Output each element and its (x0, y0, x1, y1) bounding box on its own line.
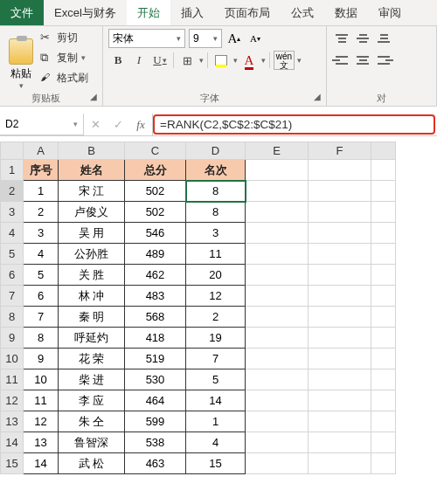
table-row[interactable]: 109花 荣5197 (1, 349, 396, 369)
cell[interactable] (309, 244, 371, 265)
align-bottom-button[interactable] (374, 29, 393, 48)
cell[interactable]: 朱 仝 (59, 411, 125, 432)
table-row[interactable]: 1312朱 仝5991 (1, 411, 396, 432)
cell[interactable]: 599 (125, 411, 186, 432)
header-cell[interactable]: 姓名 (59, 160, 125, 181)
row-header[interactable]: 4 (1, 223, 24, 244)
row-header[interactable]: 8 (1, 307, 24, 328)
table-row[interactable]: 65关 胜46220 (1, 265, 396, 286)
cell[interactable]: 546 (125, 223, 186, 244)
increase-font-button[interactable]: A▴ (225, 29, 243, 48)
header-cell[interactable]: 名次 (186, 160, 246, 181)
cell[interactable]: 10 (24, 369, 59, 390)
cell[interactable]: 502 (125, 202, 186, 223)
row-header[interactable]: 6 (1, 265, 24, 286)
cell[interactable] (246, 181, 309, 202)
cell[interactable]: 武 松 (59, 453, 125, 474)
table-row[interactable]: 98呼延灼41819 (1, 328, 396, 349)
font-color-button[interactable]: A (239, 51, 259, 70)
tab-page-layout[interactable]: 页面布局 (214, 0, 281, 25)
cell[interactable]: 12 (24, 411, 59, 432)
table-row[interactable]: 76林 冲48312 (1, 286, 396, 307)
row-header[interactable]: 1 (1, 160, 24, 181)
cell[interactable]: 8 (186, 181, 246, 202)
cell[interactable]: 464 (125, 390, 186, 411)
grid[interactable]: A B C D E F 1 序号 姓名 总分 名次 21宋 江502832卢俊义… (0, 142, 396, 474)
borders-button[interactable] (177, 51, 197, 70)
chevron-down-icon[interactable]: ▾ (233, 56, 238, 65)
table-row[interactable]: 54公孙胜48911 (1, 244, 396, 265)
formula-input[interactable]: =RANK(C2,$C$2:$C$21) (153, 114, 435, 135)
cell[interactable] (371, 307, 396, 328)
fill-color-button[interactable] (212, 51, 231, 70)
cell[interactable]: 14 (186, 390, 246, 411)
cell[interactable]: 5 (186, 369, 246, 390)
cell[interactable]: 502 (125, 181, 186, 202)
copy-dropdown-icon[interactable]: ▾ (81, 53, 86, 62)
cell[interactable]: 3 (24, 223, 59, 244)
column-headers[interactable]: A B C D E F (1, 142, 396, 160)
cell[interactable]: 12 (186, 286, 246, 307)
cell[interactable] (246, 453, 309, 474)
cell[interactable] (246, 223, 309, 244)
cell[interactable] (246, 265, 309, 286)
cell[interactable] (309, 223, 371, 244)
table-row[interactable]: 21宋 江5028 (1, 181, 396, 202)
cell[interactable]: 2 (24, 202, 59, 223)
cell[interactable]: 林 冲 (59, 286, 125, 307)
cell[interactable] (309, 307, 371, 328)
cell[interactable] (371, 411, 396, 432)
tab-review[interactable]: 审阅 (368, 0, 412, 25)
decrease-font-button[interactable]: A▾ (246, 29, 264, 48)
cell[interactable]: 19 (186, 328, 246, 349)
align-top-button[interactable] (332, 29, 351, 48)
cell[interactable]: 花 荣 (59, 349, 125, 369)
row-header[interactable]: 9 (1, 328, 24, 349)
cell[interactable]: 418 (125, 328, 186, 349)
col-header-C[interactable]: C (125, 142, 186, 160)
cell[interactable]: 吴 用 (59, 223, 125, 244)
cell[interactable]: 秦 明 (59, 307, 125, 328)
tab-insert[interactable]: 插入 (170, 0, 214, 25)
cell[interactable] (309, 265, 371, 286)
row-header[interactable]: 14 (1, 432, 24, 453)
chevron-down-icon[interactable]: ▾ (297, 56, 302, 65)
cell[interactable]: 14 (24, 453, 59, 474)
font-size-combo[interactable]: 9▾ (189, 29, 222, 48)
cell[interactable]: 李 应 (59, 390, 125, 411)
cell[interactable] (309, 181, 371, 202)
cell[interactable] (246, 307, 309, 328)
cell[interactable]: 1 (24, 181, 59, 202)
cell[interactable] (246, 390, 309, 411)
cell[interactable]: 柴 进 (59, 369, 125, 390)
cell[interactable]: 呼延灼 (59, 328, 125, 349)
row-header[interactable]: 5 (1, 244, 24, 265)
table-row[interactable]: 1211李 应46414 (1, 390, 396, 411)
col-header-E[interactable]: E (246, 142, 309, 160)
cell[interactable]: 7 (186, 349, 246, 369)
name-box[interactable]: D2 ▾ (0, 114, 84, 135)
copy-button[interactable]: 复制 ▾ (40, 49, 88, 66)
chevron-down-icon[interactable]: ▾ (261, 56, 266, 65)
cell[interactable]: 4 (186, 432, 246, 453)
header-cell[interactable]: 序号 (24, 160, 59, 181)
row-header[interactable]: 10 (1, 349, 24, 369)
cell[interactable]: 483 (125, 286, 186, 307)
table-row[interactable]: 1110柴 进5305 (1, 369, 396, 390)
font-name-combo[interactable]: 宋体▾ (108, 29, 185, 48)
cell[interactable] (309, 202, 371, 223)
cell[interactable] (246, 432, 309, 453)
cell[interactable]: 20 (186, 265, 246, 286)
tab-data[interactable]: 数据 (324, 0, 368, 25)
paste-dropdown-icon[interactable]: ▾ (19, 81, 24, 90)
row-header[interactable]: 11 (1, 369, 24, 390)
cell[interactable] (371, 369, 396, 390)
cell[interactable]: 6 (24, 286, 59, 307)
cell[interactable] (309, 453, 371, 474)
cell[interactable]: 9 (24, 349, 59, 369)
insert-function-button[interactable]: fx (129, 118, 152, 132)
cell[interactable]: 15 (186, 453, 246, 474)
row-header[interactable]: 7 (1, 286, 24, 307)
cell[interactable] (371, 265, 396, 286)
row-header[interactable]: 12 (1, 390, 24, 411)
